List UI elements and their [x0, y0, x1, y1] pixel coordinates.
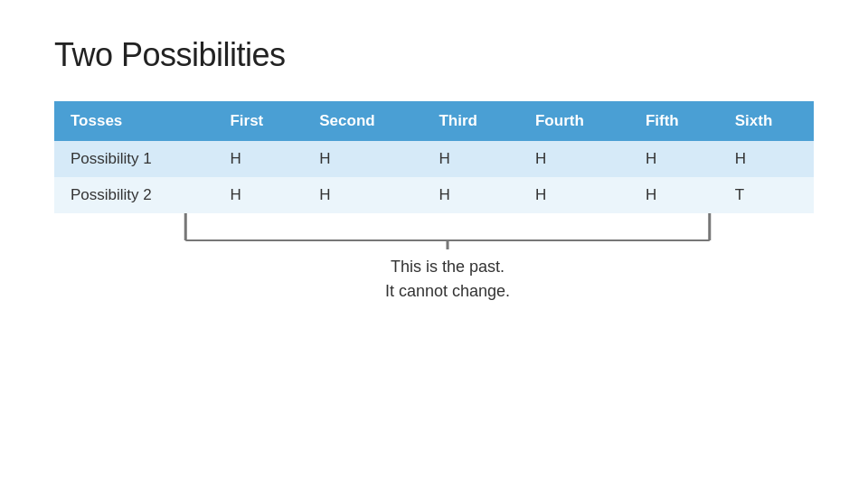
row2-first: H	[213, 177, 303, 213]
bracket-text: This is the past. It cannot change.	[385, 255, 510, 304]
row2-second: H	[303, 177, 422, 213]
bracket-svg	[172, 213, 723, 249]
bracket-container: This is the past. It cannot change.	[172, 213, 814, 304]
table-header-row: Tosses First Second Third Fourth Fifth S…	[54, 101, 814, 141]
row1-second: H	[303, 141, 422, 177]
table-row: Possibility 1 H H H H H H	[54, 141, 814, 177]
bracket-line1: This is the past.	[391, 258, 505, 276]
page-container: Two Possibilities Tosses First Second Th…	[0, 0, 868, 488]
main-table: Tosses First Second Third Fourth Fifth S…	[54, 101, 814, 213]
row1-third: H	[422, 141, 519, 177]
col-header-third: Third	[422, 101, 519, 141]
bracket-line2: It cannot change.	[385, 282, 510, 300]
col-header-tosses: Tosses	[54, 101, 213, 141]
row1-fourth: H	[519, 141, 629, 177]
col-header-fifth: Fifth	[629, 101, 719, 141]
row1-sixth: H	[719, 141, 814, 177]
bracket-area: This is the past. It cannot change.	[54, 213, 814, 304]
col-header-fourth: Fourth	[519, 101, 629, 141]
row1-first: H	[213, 141, 303, 177]
col-header-sixth: Sixth	[719, 101, 814, 141]
row2-label: Possibility 2	[54, 177, 213, 213]
row2-sixth: T	[719, 177, 814, 213]
row2-third: H	[422, 177, 519, 213]
table-row: Possibility 2 H H H H H T	[54, 177, 814, 213]
row1-fifth: H	[629, 141, 719, 177]
col-header-second: Second	[303, 101, 422, 141]
page-title: Two Possibilities	[54, 36, 814, 74]
row1-label: Possibility 1	[54, 141, 213, 177]
table-section: Tosses First Second Third Fourth Fifth S…	[54, 101, 814, 304]
row2-fourth: H	[519, 177, 629, 213]
row2-fifth: H	[629, 177, 719, 213]
col-header-first: First	[213, 101, 303, 141]
